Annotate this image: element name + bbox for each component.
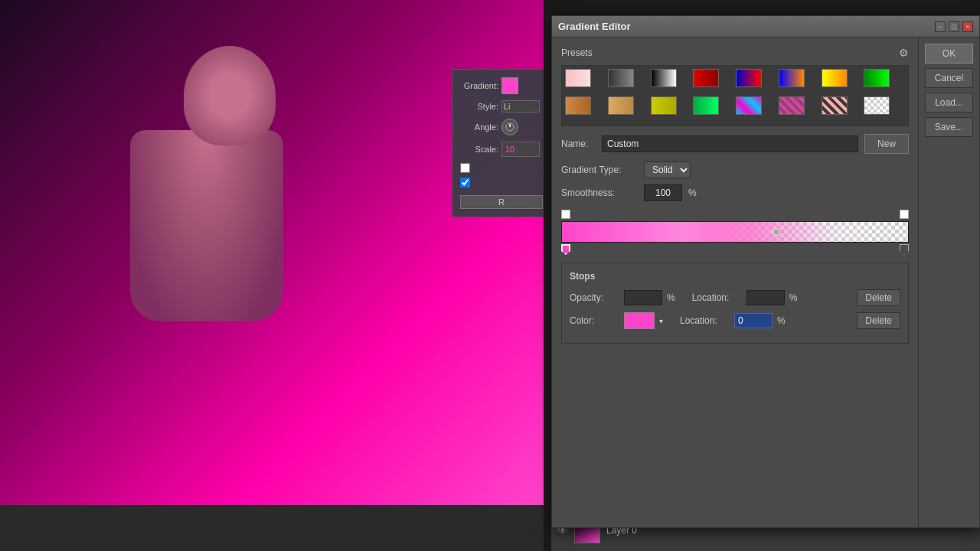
opacity-stops-row	[561, 207, 909, 221]
preset-14[interactable]	[822, 96, 848, 115]
preset-8[interactable]	[565, 96, 591, 115]
angle-dial[interactable]	[501, 119, 518, 135]
style-label: Style:	[460, 102, 498, 111]
color-stop-right[interactable]	[900, 244, 909, 255]
stops-title: Stops	[570, 271, 900, 282]
scale-input[interactable]	[501, 142, 540, 157]
color-stop-left[interactable]	[561, 244, 570, 255]
preset-15[interactable]	[864, 96, 890, 115]
preset-1[interactable]	[608, 69, 634, 87]
opacity-delete-btn[interactable]: Delete	[857, 289, 900, 306]
ok-button[interactable]: OK	[925, 44, 973, 64]
name-input[interactable]	[602, 135, 858, 152]
canvas-area: 16.7% (Layer 0, RGB/8) × Gradient: Style…	[0, 0, 544, 551]
person-head	[184, 46, 276, 145]
opacity-label: Opacity:	[570, 292, 619, 303]
midpoint-marker[interactable]	[773, 228, 780, 236]
color-location-label: Location:	[680, 315, 730, 326]
opacity-value-input[interactable]	[624, 290, 662, 305]
gradient-label: Gradient:	[460, 81, 498, 90]
gear-icon[interactable]: ⚙	[899, 47, 909, 59]
restore-btn[interactable]: □	[949, 21, 959, 32]
gradient-editor-dialog: Gradient Editor − □ × Presets ⚙	[551, 15, 980, 528]
preset-2[interactable]	[651, 69, 677, 87]
color-label: Color:	[570, 315, 619, 326]
stops-section: Stops Opacity: % Location: % Delete Colo…	[561, 262, 909, 344]
gradient-swatch[interactable]	[501, 77, 518, 94]
opacity-stop-right[interactable]	[900, 210, 909, 219]
load-button[interactable]: Load...	[925, 93, 973, 112]
style-input[interactable]	[501, 100, 540, 112]
name-label: Name:	[561, 139, 596, 149]
gradient-type-label: Gradient Type:	[561, 165, 638, 175]
opacity-stop-left[interactable]	[561, 210, 570, 219]
save-button[interactable]: Save...	[925, 117, 973, 137]
dialog-body: Presets ⚙	[552, 37, 979, 527]
dither-checkbox[interactable]	[460, 178, 470, 187]
preset-11[interactable]	[693, 96, 719, 115]
color-preview-swatch[interactable]	[624, 312, 655, 329]
preset-6[interactable]	[822, 69, 848, 87]
angle-label: Angle:	[460, 122, 498, 132]
color-percent: %	[777, 315, 786, 326]
preset-12[interactable]	[736, 96, 762, 115]
gradient-type-row: Gradient Type: Solid	[561, 161, 909, 178]
preset-7[interactable]	[864, 69, 890, 87]
checkbox-row-2	[460, 178, 543, 187]
preset-4[interactable]	[736, 69, 762, 87]
gradient-row: Gradient:	[460, 77, 543, 94]
dialog-titlebar: Gradient Editor − □ ×	[552, 16, 979, 37]
smoothness-label: Smoothness:	[561, 187, 638, 198]
opacity-percent: %	[667, 292, 675, 303]
opacity-location-label: Location:	[692, 292, 742, 303]
color-swatch-row: ▾	[624, 312, 663, 329]
close-btn[interactable]: ×	[962, 21, 973, 32]
preset-9[interactable]	[608, 96, 634, 115]
minimize-btn[interactable]: −	[935, 21, 946, 32]
gradient-bar-container	[561, 207, 909, 256]
scale-row: Scale:	[460, 142, 543, 157]
gradient-options-panel: Gradient: Style: Angle: Scale: R	[452, 69, 544, 217]
titlebar-controls: − □ ×	[935, 21, 973, 32]
color-row: Color: ▾ Location: % Delete	[570, 312, 900, 329]
dialog-main: Presets ⚙	[552, 37, 918, 527]
person-figure	[92, 46, 322, 474]
angle-row: Angle:	[460, 119, 543, 135]
person-body	[130, 130, 283, 321]
presets-label: Presets	[561, 47, 593, 58]
angle-dial-icon	[505, 122, 514, 132]
new-button[interactable]: New	[864, 134, 909, 154]
opacity-location-input[interactable]	[746, 290, 785, 305]
preset-0[interactable]	[565, 69, 591, 87]
checkbox-row-1	[460, 163, 543, 173]
dialog-title: Gradient Editor	[558, 21, 631, 32]
smoothness-percent: %	[688, 187, 697, 198]
reverse-btn[interactable]: R	[460, 195, 543, 209]
smoothness-row: Smoothness: %	[561, 184, 909, 201]
opacity-row: Opacity: % Location: % Delete	[570, 289, 900, 306]
opacity-location-percent: %	[789, 292, 798, 303]
preset-13[interactable]	[779, 96, 805, 115]
reverse-checkbox[interactable]	[460, 163, 470, 173]
color-delete-btn[interactable]: Delete	[857, 312, 900, 329]
color-stops-row	[561, 243, 909, 256]
color-location-input[interactable]	[734, 313, 773, 328]
presets-section-header: Presets ⚙	[561, 47, 909, 59]
preset-10[interactable]	[651, 96, 677, 115]
dialog-sidebar: OK Cancel Load... Save...	[918, 37, 979, 527]
gradient-bar-inner	[562, 222, 908, 242]
smoothness-input[interactable]	[644, 184, 682, 201]
preset-3[interactable]	[693, 69, 719, 87]
scale-label: Scale:	[460, 145, 498, 154]
gradient-bar[interactable]	[561, 221, 909, 243]
name-row: Name: New	[561, 134, 909, 154]
preset-5[interactable]	[779, 69, 805, 87]
style-row: Style:	[460, 100, 543, 112]
gradient-type-select[interactable]: Solid	[644, 161, 691, 178]
cancel-button[interactable]: Cancel	[925, 68, 973, 88]
color-dropdown-arrow[interactable]: ▾	[659, 317, 663, 325]
presets-grid	[561, 65, 909, 126]
